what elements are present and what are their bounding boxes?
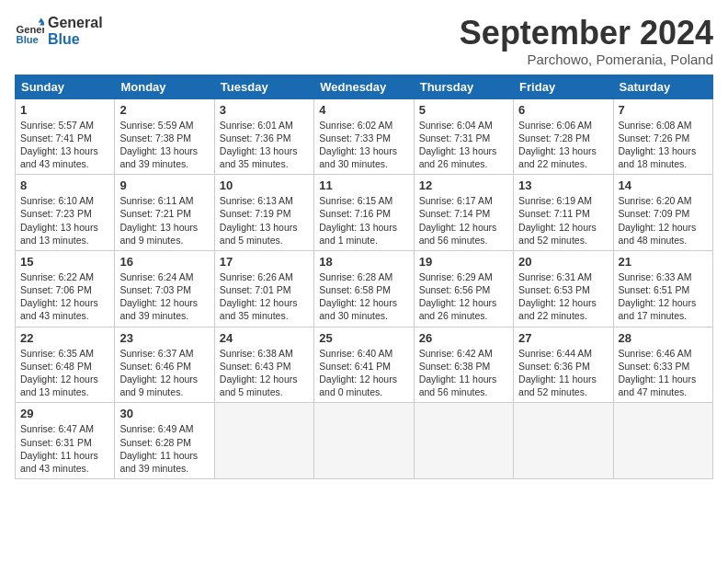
- day-info: Sunrise: 5:59 AMSunset: 7:38 PMDaylight:…: [119, 119, 209, 171]
- day-cell: 2Sunrise: 5:59 AMSunset: 7:38 PMDaylight…: [115, 98, 214, 175]
- day-number: 17: [220, 255, 309, 269]
- day-cell: 1Sunrise: 5:57 AMSunset: 7:41 PMDaylight…: [16, 98, 115, 175]
- day-cell: 10Sunrise: 6:13 AMSunset: 7:19 PMDayligh…: [214, 175, 313, 251]
- day-cell: 14Sunrise: 6:20 AMSunset: 7:09 PMDayligh…: [613, 175, 712, 251]
- svg-marker-2: [39, 17, 44, 22]
- page-header: General Blue General Blue September 2024…: [15, 15, 713, 67]
- day-cell: 30Sunrise: 6:49 AMSunset: 6:28 PMDayligh…: [115, 403, 214, 479]
- day-cell: 18Sunrise: 6:28 AMSunset: 6:58 PMDayligh…: [314, 250, 414, 327]
- day-cell: 29Sunrise: 6:47 AMSunset: 6:31 PMDayligh…: [16, 403, 115, 479]
- day-info: Sunrise: 5:57 AMSunset: 7:41 PMDaylight:…: [20, 119, 109, 171]
- day-cell: 7Sunrise: 6:08 AMSunset: 7:26 PMDaylight…: [613, 98, 712, 175]
- day-number: 7: [619, 103, 708, 117]
- day-cell: 6Sunrise: 6:06 AMSunset: 7:28 PMDaylight…: [514, 98, 613, 175]
- day-cell: 26Sunrise: 6:42 AMSunset: 6:38 PMDayligh…: [414, 327, 513, 403]
- day-number: 14: [619, 178, 708, 192]
- day-info: Sunrise: 6:33 AMSunset: 6:51 PMDaylight:…: [619, 270, 708, 323]
- day-info: Sunrise: 6:10 AMSunset: 7:23 PMDaylight:…: [20, 194, 109, 247]
- day-info: Sunrise: 6:26 AMSunset: 7:01 PMDaylight:…: [220, 270, 309, 323]
- week-row: 8Sunrise: 6:10 AMSunset: 7:23 PMDaylight…: [16, 175, 713, 251]
- day-cell: 24Sunrise: 6:38 AMSunset: 6:43 PMDayligh…: [214, 327, 313, 403]
- day-number: 3: [220, 103, 309, 117]
- day-info: Sunrise: 6:13 AMSunset: 7:19 PMDaylight:…: [220, 194, 309, 247]
- day-cell: 25Sunrise: 6:40 AMSunset: 6:41 PMDayligh…: [314, 327, 414, 403]
- day-number: 1: [20, 103, 109, 117]
- day-info: Sunrise: 6:37 AMSunset: 6:46 PMDaylight:…: [119, 347, 209, 399]
- day-number: 30: [119, 407, 209, 420]
- week-row: 22Sunrise: 6:35 AMSunset: 6:48 PMDayligh…: [16, 327, 713, 403]
- day-number: 5: [419, 103, 508, 117]
- day-number: 2: [119, 103, 209, 117]
- day-number: 16: [119, 255, 209, 269]
- day-number: 13: [518, 178, 608, 192]
- day-number: 6: [518, 103, 608, 117]
- col-header-sunday: Sunday: [16, 75, 115, 98]
- day-cell: 23Sunrise: 6:37 AMSunset: 6:46 PMDayligh…: [115, 327, 214, 403]
- day-cell: [314, 403, 414, 479]
- day-cell: 16Sunrise: 6:24 AMSunset: 7:03 PMDayligh…: [115, 250, 214, 327]
- day-number: 4: [319, 103, 408, 117]
- day-info: Sunrise: 6:08 AMSunset: 7:26 PMDaylight:…: [619, 119, 708, 171]
- day-cell: 27Sunrise: 6:44 AMSunset: 6:36 PMDayligh…: [514, 327, 613, 403]
- day-number: 18: [319, 255, 408, 269]
- day-cell: 21Sunrise: 6:33 AMSunset: 6:51 PMDayligh…: [613, 250, 712, 327]
- calendar-table: SundayMondayTuesdayWednesdayThursdayFrid…: [15, 75, 713, 479]
- day-cell: 20Sunrise: 6:31 AMSunset: 6:53 PMDayligh…: [514, 250, 613, 327]
- week-row: 1Sunrise: 5:57 AMSunset: 7:41 PMDaylight…: [16, 98, 713, 175]
- month-title: September 2024: [460, 15, 713, 52]
- day-info: Sunrise: 6:06 AMSunset: 7:28 PMDaylight:…: [518, 119, 608, 171]
- day-number: 11: [319, 178, 408, 192]
- col-header-monday: Monday: [115, 75, 214, 98]
- day-info: Sunrise: 6:47 AMSunset: 6:31 PMDaylight:…: [20, 422, 109, 475]
- calendar-header-row: SundayMondayTuesdayWednesdayThursdayFrid…: [16, 75, 713, 98]
- day-info: Sunrise: 6:20 AMSunset: 7:09 PMDaylight:…: [619, 194, 708, 247]
- day-cell: 8Sunrise: 6:10 AMSunset: 7:23 PMDaylight…: [16, 175, 115, 251]
- day-number: 24: [220, 331, 309, 345]
- day-info: Sunrise: 6:42 AMSunset: 6:38 PMDaylight:…: [419, 347, 508, 399]
- logo-blue: Blue: [48, 31, 103, 48]
- day-number: 23: [119, 331, 209, 345]
- day-info: Sunrise: 6:11 AMSunset: 7:21 PMDaylight:…: [119, 194, 209, 247]
- day-cell: 3Sunrise: 6:01 AMSunset: 7:36 PMDaylight…: [214, 98, 313, 175]
- day-cell: 4Sunrise: 6:02 AMSunset: 7:33 PMDaylight…: [314, 98, 414, 175]
- day-number: 27: [518, 331, 608, 345]
- day-info: Sunrise: 6:02 AMSunset: 7:33 PMDaylight:…: [319, 119, 408, 171]
- day-cell: 22Sunrise: 6:35 AMSunset: 6:48 PMDayligh…: [16, 327, 115, 403]
- day-cell: 28Sunrise: 6:46 AMSunset: 6:33 PMDayligh…: [613, 327, 712, 403]
- day-info: Sunrise: 6:17 AMSunset: 7:14 PMDaylight:…: [419, 194, 508, 247]
- logo-icon: General Blue: [15, 17, 44, 46]
- day-info: Sunrise: 6:22 AMSunset: 7:06 PMDaylight:…: [20, 270, 109, 323]
- week-row: 15Sunrise: 6:22 AMSunset: 7:06 PMDayligh…: [16, 250, 713, 327]
- day-info: Sunrise: 6:04 AMSunset: 7:31 PMDaylight:…: [419, 119, 508, 171]
- day-cell: 12Sunrise: 6:17 AMSunset: 7:14 PMDayligh…: [414, 175, 513, 251]
- day-number: 12: [419, 178, 508, 192]
- location-subtitle: Parchowo, Pomerania, Poland: [460, 52, 713, 67]
- logo-general: General: [48, 15, 103, 31]
- day-number: 10: [220, 178, 309, 192]
- day-info: Sunrise: 6:19 AMSunset: 7:11 PMDaylight:…: [518, 194, 608, 247]
- day-info: Sunrise: 6:40 AMSunset: 6:41 PMDaylight:…: [319, 347, 408, 399]
- day-number: 29: [20, 407, 109, 420]
- day-cell: 19Sunrise: 6:29 AMSunset: 6:56 PMDayligh…: [414, 250, 513, 327]
- day-info: Sunrise: 6:15 AMSunset: 7:16 PMDaylight:…: [319, 194, 408, 247]
- day-cell: [613, 403, 712, 479]
- day-cell: 13Sunrise: 6:19 AMSunset: 7:11 PMDayligh…: [514, 175, 613, 251]
- day-cell: 15Sunrise: 6:22 AMSunset: 7:06 PMDayligh…: [16, 250, 115, 327]
- day-info: Sunrise: 6:35 AMSunset: 6:48 PMDaylight:…: [20, 347, 109, 399]
- day-number: 25: [319, 331, 408, 345]
- day-number: 19: [419, 255, 508, 269]
- col-header-friday: Friday: [514, 75, 613, 98]
- day-number: 28: [619, 331, 708, 345]
- title-block: September 2024 Parchowo, Pomerania, Pola…: [460, 15, 713, 67]
- day-cell: 5Sunrise: 6:04 AMSunset: 7:31 PMDaylight…: [414, 98, 513, 175]
- day-number: 21: [619, 255, 708, 269]
- day-number: 9: [119, 178, 209, 192]
- col-header-thursday: Thursday: [414, 75, 513, 98]
- day-info: Sunrise: 6:49 AMSunset: 6:28 PMDaylight:…: [119, 422, 209, 475]
- day-number: 8: [20, 178, 109, 192]
- day-info: Sunrise: 6:44 AMSunset: 6:36 PMDaylight:…: [518, 347, 608, 399]
- day-info: Sunrise: 6:28 AMSunset: 6:58 PMDaylight:…: [319, 270, 408, 323]
- day-info: Sunrise: 6:29 AMSunset: 6:56 PMDaylight:…: [419, 270, 508, 323]
- col-header-tuesday: Tuesday: [214, 75, 313, 98]
- day-number: 15: [20, 255, 109, 269]
